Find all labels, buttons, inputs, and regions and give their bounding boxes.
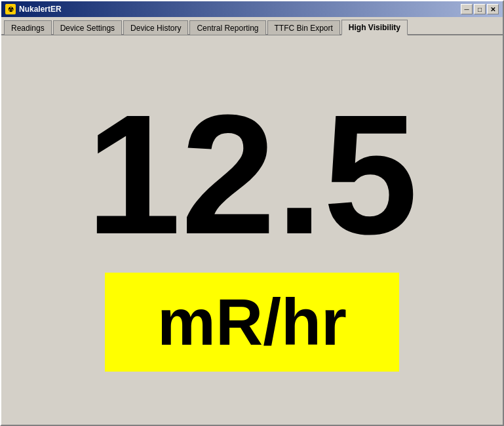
tab-ttfc-bin-export[interactable]: TTFC Bin Export xyxy=(267,20,340,35)
unit-badge: mR/hr xyxy=(105,273,399,372)
tab-device-settings[interactable]: Device Settings xyxy=(53,20,122,35)
maximize-button[interactable]: □ xyxy=(474,4,486,14)
tab-device-history[interactable]: Device History xyxy=(123,20,188,35)
tab-readings[interactable]: Readings xyxy=(4,20,52,35)
tab-central-reporting[interactable]: Central Reporting xyxy=(189,20,265,35)
window-controls: ─ □ ✕ xyxy=(461,4,499,14)
unit-text: mR/hr xyxy=(157,285,347,358)
title-bar: ☢ NukalertER ─ □ ✕ xyxy=(1,1,503,17)
app-icon: ☢ xyxy=(5,4,16,14)
main-window: ☢ NukalertER ─ □ ✕ Readings Device Setti… xyxy=(0,0,504,426)
close-button[interactable]: ✕ xyxy=(487,4,499,14)
tab-high-visibility[interactable]: High Visibility xyxy=(341,20,408,35)
tab-bar: Readings Device Settings Device History … xyxy=(1,17,503,35)
minimize-button[interactable]: ─ xyxy=(461,4,473,14)
title-bar-left: ☢ NukalertER xyxy=(5,4,62,14)
content-area: 12.5 mR/hr xyxy=(1,35,503,425)
window-title: NukalertER xyxy=(19,5,62,14)
reading-value: 12.5 xyxy=(86,89,417,260)
